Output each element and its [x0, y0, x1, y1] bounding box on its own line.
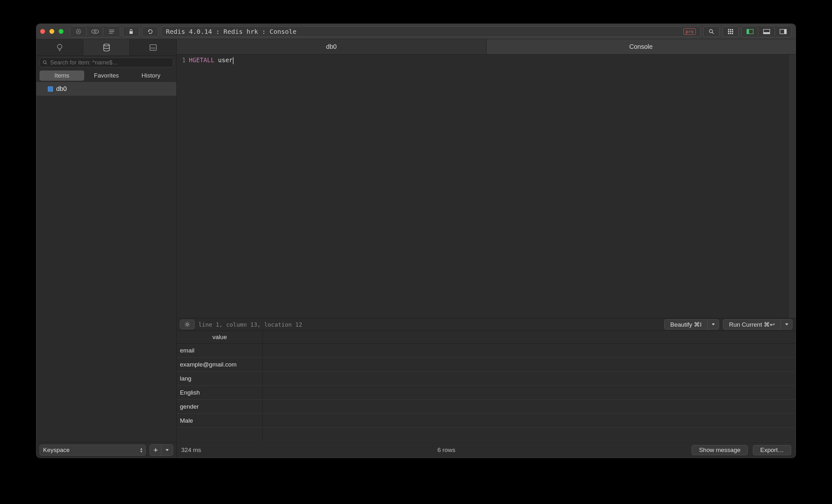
- sidebar: SQL Items Favorites History db0: [36, 39, 177, 458]
- svg-point-30: [104, 44, 109, 46]
- table-icon: [48, 86, 53, 91]
- svg-rect-14: [732, 29, 733, 30]
- run-button[interactable]: Run Current ⌘↩: [723, 319, 792, 329]
- search-icon[interactable]: [703, 26, 720, 37]
- svg-rect-15: [728, 31, 729, 32]
- zoom-window-button[interactable]: [59, 29, 63, 34]
- table-row[interactable]: Male: [177, 414, 796, 428]
- sidebar-item-label: db0: [56, 85, 67, 92]
- keyspace-label: Keyspace: [43, 447, 70, 454]
- editor-statusbar: line 1, column 13, location 12 Beautify …: [177, 318, 796, 331]
- row-count: 6 rows: [206, 447, 686, 454]
- results-statusbar: 324 ms 6 rows Show message Export…: [177, 442, 796, 458]
- tab-db0[interactable]: db0: [177, 39, 487, 55]
- traffic-lights: [40, 29, 63, 34]
- editor-text: user: [214, 56, 233, 63]
- gear-icon[interactable]: [180, 320, 194, 329]
- table-row[interactable]: gender: [177, 400, 796, 414]
- line-number: 1: [177, 56, 186, 63]
- svg-rect-20: [732, 33, 733, 34]
- table-row[interactable]: example@gmail.com: [177, 357, 796, 372]
- table-row[interactable]: email: [177, 344, 796, 357]
- lightbulb-icon[interactable]: [36, 39, 83, 56]
- editor-gutter: 1: [177, 55, 188, 318]
- svg-rect-18: [728, 33, 729, 34]
- content-area: db0 Console 1 HGETALL user line 1, colum…: [177, 39, 796, 458]
- svg-line-11: [712, 32, 714, 34]
- filter-tab-favorites[interactable]: Favorites: [84, 71, 129, 81]
- list-icon[interactable]: [103, 26, 120, 37]
- table-row[interactable]: [177, 428, 796, 442]
- sidebar-search: [36, 56, 176, 69]
- svg-line-46: [188, 322, 189, 323]
- filter-tab-history[interactable]: History: [129, 71, 173, 81]
- show-message-button[interactable]: Show message: [692, 445, 748, 455]
- layout-left-icon[interactable]: [742, 26, 758, 37]
- database-icon[interactable]: [83, 39, 130, 56]
- cell-value: Male: [177, 414, 263, 427]
- cell-value: example@gmail.com: [177, 357, 263, 371]
- cell-value: email: [177, 344, 263, 357]
- column-header-value[interactable]: value: [177, 331, 263, 343]
- svg-point-3: [92, 30, 99, 33]
- beautify-button[interactable]: Beautify ⌘I: [664, 319, 719, 329]
- svg-line-44: [188, 326, 189, 326]
- tab-console[interactable]: Console: [487, 39, 796, 55]
- search-icon: [43, 60, 48, 65]
- window-title-text: Redis 4.0.14 : Redis hrk : Console: [166, 28, 296, 35]
- cell-value: [177, 428, 263, 442]
- export-button[interactable]: Export…: [753, 445, 791, 455]
- svg-rect-24: [763, 32, 770, 34]
- add-dropdown[interactable]: [161, 445, 173, 455]
- query-editor[interactable]: 1 HGETALL user: [177, 55, 796, 318]
- cancel-icon[interactable]: [70, 26, 87, 37]
- grid-icon[interactable]: [722, 26, 739, 37]
- editor-position: line 1, column 13, location 12: [199, 321, 302, 328]
- add-button-group: [150, 444, 173, 456]
- keyspace-select[interactable]: Keyspace ▴▾: [40, 445, 146, 455]
- column-header-empty: [263, 331, 796, 343]
- cell-value: lang: [177, 372, 263, 385]
- preview-icon[interactable]: [87, 26, 103, 37]
- table-row[interactable]: lang: [177, 372, 796, 386]
- layout-group: [742, 26, 792, 37]
- refresh-icon[interactable]: [142, 26, 159, 37]
- minimize-window-button[interactable]: [49, 29, 54, 34]
- search-input[interactable]: [40, 58, 173, 67]
- close-window-button[interactable]: [40, 29, 45, 34]
- svg-rect-12: [728, 29, 729, 30]
- svg-point-4: [94, 31, 96, 32]
- chevron-down-icon[interactable]: [781, 320, 792, 329]
- add-button[interactable]: [150, 445, 161, 455]
- svg-line-43: [185, 322, 186, 323]
- run-label: Run Current ⌘↩: [723, 320, 781, 329]
- layout-right-icon[interactable]: [775, 26, 791, 37]
- filter-tab-items[interactable]: Items: [40, 71, 84, 81]
- svg-point-27: [57, 44, 62, 49]
- sql-icon[interactable]: SQL: [130, 39, 176, 56]
- cell-value: gender: [177, 400, 263, 414]
- sidebar-item-db0[interactable]: db0: [36, 82, 176, 96]
- svg-rect-8: [130, 31, 133, 34]
- svg-rect-16: [730, 31, 731, 32]
- content-tabs: db0 Console: [177, 39, 796, 55]
- cell-value: English: [177, 386, 263, 399]
- svg-point-33: [43, 61, 46, 63]
- app-window: Redis 4.0.14 : Redis hrk : Console pro: [36, 24, 796, 458]
- svg-marker-47: [712, 323, 715, 325]
- editor-keyword: HGETALL: [189, 56, 214, 63]
- toolbar-group-1: [70, 26, 120, 37]
- lock-icon[interactable]: [123, 26, 139, 37]
- editor-scrollbar[interactable]: [788, 55, 796, 318]
- table-row[interactable]: English: [177, 386, 796, 400]
- svg-rect-26: [784, 29, 786, 34]
- svg-marker-48: [785, 323, 788, 325]
- item-list: db0: [36, 82, 176, 442]
- layout-bottom-icon[interactable]: [758, 26, 775, 37]
- chevron-down-icon[interactable]: [707, 320, 719, 329]
- editor-code[interactable]: HGETALL user: [188, 55, 788, 318]
- sidebar-mode-tabs: SQL: [36, 39, 176, 56]
- main-row: SQL Items Favorites History db0: [36, 39, 796, 458]
- editor-cursor: [233, 57, 234, 64]
- svg-line-45: [185, 326, 186, 326]
